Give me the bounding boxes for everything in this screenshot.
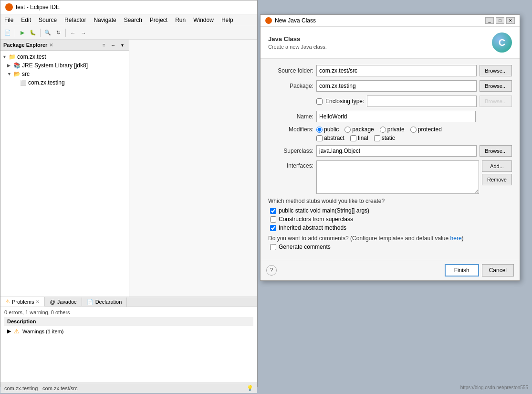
static-checkbox[interactable]	[374, 135, 380, 141]
superclass-input[interactable]	[316, 145, 477, 157]
tab-problems-close[interactable]: ✕	[36, 299, 40, 304]
dialog-header: Java Class Create a new Java class. C	[261, 27, 520, 59]
toolbar-back[interactable]: ←	[68, 28, 78, 38]
final-checkbox[interactable]	[350, 135, 356, 141]
menu-navigate[interactable]: Navigate	[90, 15, 120, 25]
dialog-minimize-btn[interactable]: _	[485, 17, 494, 24]
source-folder-row: Source folder: Browse...	[268, 65, 512, 76]
menu-edit[interactable]: Edit	[17, 15, 35, 25]
dialog-logo: C	[492, 32, 512, 53]
tab-javadoc[interactable]: @ Javadoc	[45, 298, 82, 306]
help-button[interactable]: ?	[266, 265, 277, 276]
radio-private[interactable]: private	[380, 126, 405, 133]
dialog-titlebar: New Java Class _ □ ✕	[261, 15, 520, 27]
generate-comments-checkbox[interactable]	[270, 244, 276, 250]
tree-item-jre[interactable]: ▶ 📚 JRE System Library [jdk8]	[0, 61, 129, 70]
check-static[interactable]: static	[374, 135, 395, 141]
dialog-restore-btn[interactable]: □	[496, 17, 504, 24]
enclosing-type-label: Enclosing type:	[325, 98, 364, 105]
check-abstract[interactable]: abstract	[316, 135, 344, 141]
generate-comments-row: Generate comments	[270, 244, 512, 250]
package-input[interactable]	[316, 80, 477, 92]
toolbar-refresh[interactable]: ↻	[53, 28, 63, 38]
radio-package[interactable]: package	[344, 126, 374, 133]
stub-constructors-label: Constructors from superclass	[279, 216, 353, 223]
dialog-close-btn[interactable]: ✕	[506, 17, 515, 24]
radio-group: public package private protected	[316, 126, 442, 133]
stub-inherited-checkbox[interactable]	[270, 225, 276, 231]
tree-item-src[interactable]: ▼ 📂 src	[0, 70, 129, 78]
tree-item-package[interactable]: ⬜ com.zx.testing	[0, 78, 129, 87]
menu-project[interactable]: Project	[146, 15, 171, 25]
abstract-checkbox[interactable]	[316, 135, 323, 141]
modifiers-row: Modifiers: public package private	[268, 126, 512, 141]
dialog-win-btns: _ □ ✕	[485, 17, 515, 24]
radio-public-label: public	[324, 126, 339, 133]
menu-run[interactable]: Run	[171, 15, 189, 25]
package-browse[interactable]: Browse...	[480, 80, 512, 92]
tab-problems[interactable]: ⚠ Problems ✕	[0, 297, 45, 307]
toolbar-search[interactable]: 🔍	[43, 28, 52, 38]
tab-problems-label: Problems	[12, 299, 34, 305]
enclosing-type-checkbox[interactable]	[316, 98, 323, 105]
tab-declaration[interactable]: 📄 Declaration	[82, 298, 127, 307]
name-input[interactable]	[316, 111, 476, 122]
superclass-browse[interactable]: Browse...	[480, 145, 512, 157]
link-editor-btn[interactable]: ↔	[109, 41, 117, 49]
menu-help[interactable]: Help	[218, 15, 237, 25]
cancel-button[interactable]: Cancel	[482, 264, 514, 277]
dialog-header-subtitle: Create a new Java class.	[268, 44, 327, 50]
editor-area	[129, 40, 257, 297]
radio-protected[interactable]: protected	[410, 126, 442, 133]
enclosing-type-row: Enclosing type: Browse...	[268, 96, 512, 107]
menu-refactor[interactable]: Refactor	[61, 15, 90, 25]
enclosing-type-input[interactable]	[367, 96, 477, 107]
stub-constructors-checkbox[interactable]	[270, 216, 276, 223]
radio-protected-input[interactable]	[410, 127, 417, 133]
eclipse-title: test - Eclipse IDE	[16, 4, 60, 11]
javadoc-icon: @	[50, 299, 55, 305]
stub-main-checkbox[interactable]	[270, 208, 276, 214]
panel-icons: ≡ ↔ ▾	[100, 41, 126, 49]
radio-package-input[interactable]	[344, 127, 351, 133]
eclipse-window: test - Eclipse IDE File Edit Source Refa…	[0, 0, 258, 387]
dialog-footer: ? Finish Cancel	[261, 260, 520, 280]
menu-file[interactable]: File	[0, 15, 17, 25]
menu-search[interactable]: Search	[120, 15, 146, 25]
status-bar: com.zx.testing - com.zx.test/src 💡	[0, 383, 257, 393]
problems-row: ▶ ⚠ Warnings (1 item)	[4, 326, 253, 336]
interfaces-add[interactable]: Add...	[482, 160, 512, 172]
new-java-class-dialog[interactable]: New Java Class _ □ ✕ Java Class Create a…	[260, 14, 520, 281]
tree-arrow-src: ▼	[7, 72, 12, 76]
superclass-row: Superclass: Browse...	[268, 145, 512, 157]
source-folder-browse[interactable]: Browse...	[480, 65, 512, 76]
toolbar-debug[interactable]: 🐛	[28, 28, 38, 38]
collapse-all-btn[interactable]: ≡	[100, 41, 108, 49]
package-label: com.zx.testing	[28, 79, 65, 86]
tab-declaration-label: Declaration	[95, 299, 122, 305]
view-menu-btn[interactable]: ▾	[118, 41, 126, 49]
problems-table-header: Description	[4, 317, 253, 326]
radio-public-input[interactable]	[316, 127, 323, 133]
interfaces-input[interactable]	[316, 160, 479, 194]
menu-window[interactable]: Window	[189, 15, 218, 25]
toolbar-new[interactable]: 📄	[3, 28, 12, 38]
dialog-header-text: Java Class Create a new Java class.	[268, 35, 327, 50]
project-icon: 📁	[9, 53, 16, 60]
check-final[interactable]: final	[350, 135, 368, 141]
interfaces-remove[interactable]: Remove	[482, 174, 512, 185]
toolbar-run[interactable]: ▶	[18, 28, 27, 38]
menu-source[interactable]: Source	[35, 15, 61, 25]
toolbar-forward[interactable]: →	[79, 28, 88, 38]
radio-public[interactable]: public	[316, 126, 339, 133]
stub-main-label: public static void main(String[] args)	[279, 207, 369, 214]
enclosing-type-browse[interactable]: Browse...	[480, 96, 512, 107]
finish-button[interactable]: Finish	[445, 264, 479, 277]
comments-configure-label: Do you want to add comments? (Configure …	[268, 235, 512, 242]
comments-here-link[interactable]: here	[450, 235, 462, 242]
radio-private-input[interactable]	[380, 127, 386, 133]
source-folder-input[interactable]	[316, 65, 477, 76]
abstract-label: abstract	[324, 135, 344, 141]
tree-item-project[interactable]: ▼ 📁 com.zx.test	[0, 53, 129, 61]
method-stubs-label: Which method stubs would you like to cre…	[268, 198, 512, 204]
